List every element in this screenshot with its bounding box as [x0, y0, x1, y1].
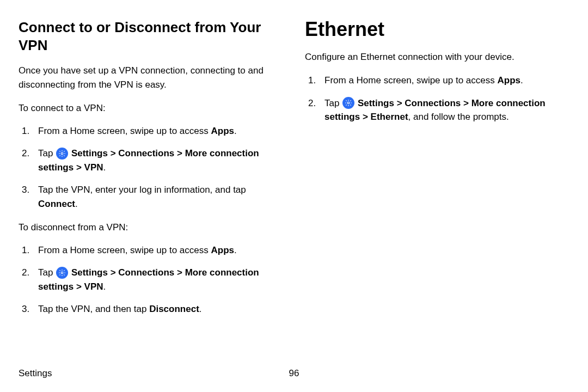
tap-text: Tap — [324, 98, 342, 108]
settings-icon — [342, 97, 354, 109]
vpn-heading: Connect to or Disconnect from Your VPN — [19, 19, 285, 54]
path-settings: Settings — [358, 98, 394, 108]
svg-point-2 — [347, 102, 350, 104]
path-settings: Settings — [71, 148, 108, 158]
apps-label: Apps — [211, 245, 234, 255]
step-tail: , and follow the prompts. — [408, 112, 509, 122]
period: . — [103, 281, 106, 292]
apps-label: Apps — [211, 126, 234, 136]
chevron-icon: > — [177, 148, 182, 158]
connect-label: To connect to a VPN: — [19, 101, 285, 115]
path-more-1: More connection — [185, 148, 259, 158]
ethernet-steps: From a Home screen, swipe up to access A… — [305, 74, 572, 124]
period: . — [199, 304, 202, 314]
ethernet-intro: Configure an Ethernet connection with yo… — [305, 50, 572, 64]
path-ethernet: Ethernet — [371, 112, 408, 122]
list-item: From a Home screen, swipe up to access A… — [19, 243, 285, 258]
list-item: Tap the VPN, and then tap Disconnect. — [19, 302, 285, 316]
list-item: From a Home screen, swipe up to access A… — [19, 124, 285, 138]
chevron-icon: > — [177, 267, 182, 278]
step-text: Tap the VPN, and then tap — [38, 304, 149, 314]
step-text: From a Home screen, swipe up to access — [38, 126, 211, 136]
chevron-icon: > — [111, 148, 116, 158]
vpn-intro: Once you have set up a VPN connection, c… — [19, 64, 285, 91]
settings-icon — [56, 148, 68, 160]
right-column: Ethernet Configure an Ethernet connectio… — [305, 19, 572, 326]
disconnect-label: To disconnect from a VPN: — [19, 220, 285, 235]
step-text: From a Home screen, swipe up to access — [324, 75, 497, 85]
list-item: Tap Settings > Connections > More connec… — [19, 266, 285, 293]
left-column: Connect to or Disconnect from Your VPN O… — [19, 19, 285, 326]
disconnect-steps: From a Home screen, swipe up to access A… — [19, 243, 285, 316]
chevron-icon: > — [463, 98, 469, 108]
path-connections: Connections — [405, 98, 461, 108]
connect-steps: From a Home screen, swipe up to access A… — [19, 124, 285, 211]
tap-text: Tap — [38, 148, 56, 158]
ethernet-heading: Ethernet — [305, 19, 572, 40]
path-connections: Connections — [118, 267, 174, 278]
period: . — [234, 245, 237, 255]
path-vpn: VPN — [84, 281, 103, 292]
period: . — [75, 199, 78, 209]
period: . — [103, 162, 106, 173]
list-item: Tap Settings > Connections > More connec… — [305, 96, 572, 124]
list-item: Tap Settings > Connections > More connec… — [19, 146, 285, 174]
chevron-icon: > — [111, 267, 116, 278]
path-more-1: More connection — [471, 98, 546, 108]
tap-text: Tap — [38, 267, 56, 278]
chevron-icon: > — [76, 162, 82, 173]
chevron-icon: > — [397, 98, 402, 108]
page-number: 96 — [289, 368, 299, 379]
chevron-icon: > — [76, 281, 82, 292]
period: . — [520, 75, 523, 85]
path-vpn: VPN — [84, 162, 103, 173]
path-more-2: settings — [38, 162, 74, 173]
path-more-1: More connection — [185, 267, 259, 278]
list-item: From a Home screen, swipe up to access A… — [305, 74, 572, 88]
svg-point-1 — [61, 272, 63, 274]
disconnect-label-bold: Disconnect — [149, 304, 199, 314]
period: . — [234, 126, 237, 136]
step-text: From a Home screen, swipe up to access — [38, 245, 211, 255]
apps-label: Apps — [497, 75, 520, 85]
path-more-2: settings — [324, 112, 360, 122]
list-item: Tap the VPN, enter your log in informati… — [19, 183, 285, 211]
path-settings: Settings — [71, 267, 108, 278]
chevron-icon: > — [363, 112, 368, 122]
path-connections: Connections — [118, 148, 174, 158]
step-text: Tap the VPN, enter your log in informati… — [38, 185, 246, 195]
connect-label-bold: Connect — [38, 199, 75, 209]
footer-section-label: Settings — [19, 368, 52, 379]
settings-icon — [56, 267, 68, 279]
svg-point-0 — [61, 152, 63, 155]
path-more-2: settings — [38, 281, 74, 292]
